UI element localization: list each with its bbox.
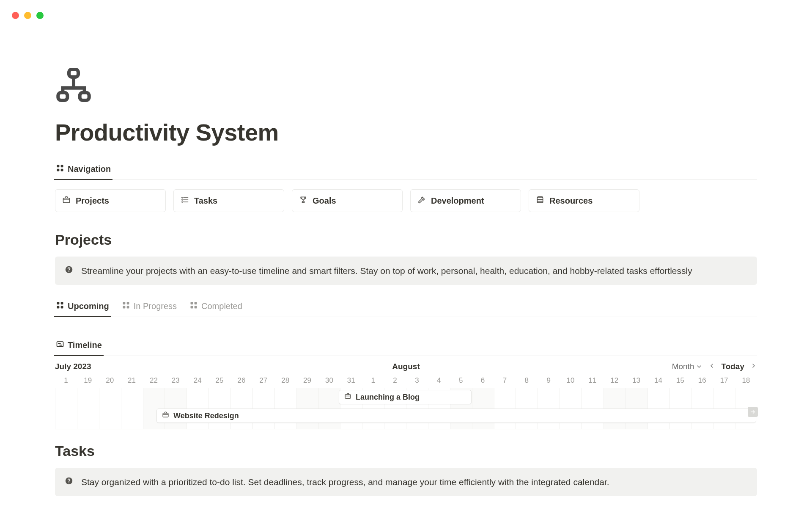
day-tick: 16 [698,376,706,385]
nav-card-tasks[interactable]: Tasks [173,189,284,212]
section-heading-tasks[interactable]: Tasks [55,443,757,459]
day-tick: 1 [371,376,375,385]
day-tick: 23 [172,376,180,385]
checklist-icon [181,196,189,206]
chevron-down-icon [696,363,702,370]
timeline-bar-website-redesign[interactable]: Website Redesign [156,409,756,423]
tab-navigation[interactable]: Navigation [55,160,112,179]
timeline-prev[interactable] [708,362,715,371]
grid-icon [122,301,130,312]
day-tick: 5 [459,376,463,385]
tab-label: In Progress [134,301,177,311]
divider [55,430,757,430]
help-icon [64,265,74,276]
day-tick: 29 [303,376,311,385]
day-tick: 27 [259,376,267,385]
day-tick: 19 [84,376,92,385]
tab-label: Navigation [68,164,111,174]
section-heading-projects[interactable]: Projects [55,232,757,248]
grid-icon [189,301,198,312]
briefcase-icon [162,411,169,420]
nav-card-development[interactable]: Development [410,189,521,212]
grid-icon [56,301,64,312]
card-label: Development [431,196,484,206]
view-tab-bar: Navigation [55,160,757,180]
day-tick: 11 [588,376,596,385]
page-title[interactable]: Productivity System [55,119,757,146]
day-tick: 8 [525,376,529,385]
bar-label: Website Redesign [173,411,239,420]
day-tick: 15 [676,376,684,385]
callout-text: Stay organized with a prioritized to-do … [81,477,609,487]
timeline-icon [56,340,64,351]
day-tick: 4 [437,376,441,385]
day-tick: 13 [632,376,640,385]
briefcase-icon [62,196,71,206]
nav-card-resources[interactable]: Resources [529,189,639,212]
minimize-window-icon[interactable] [24,12,31,19]
day-tick: 2 [393,376,397,385]
day-tick: 12 [610,376,618,385]
day-tick: 22 [150,376,158,385]
navigation-cards: Projects Tasks Goals Development Resourc… [55,189,757,212]
stack-icon [536,196,544,206]
help-icon [64,476,74,488]
timeline-bar-launching-a-blog[interactable]: Launching a Blog [339,390,472,404]
chevron-right-icon [750,362,757,369]
callout-text: Streamline your projects with an easy-to… [81,266,692,276]
day-tick: 31 [347,376,355,385]
timeline-header: July 2023 August Month Today [55,362,757,371]
tab-in-progress[interactable]: In Progress [121,297,178,317]
day-tick: 28 [281,376,289,385]
tab-label: Timeline [68,340,102,350]
day-tick: 24 [194,376,202,385]
day-tick: 17 [720,376,728,385]
day-tick: 1 [64,376,68,385]
timeline-day-scale: 1192021222324252627282930311234567891011… [55,374,757,388]
day-tick: 25 [216,376,224,385]
close-window-icon[interactable] [12,12,19,19]
timeline-scale-select[interactable]: Month [672,362,703,371]
nav-card-projects[interactable]: Projects [55,189,166,212]
grid-icon [56,164,64,174]
tab-label: Completed [201,301,242,311]
projects-callout[interactable]: Streamline your projects with an easy-to… [55,257,757,285]
hammer-icon [417,196,426,206]
nav-card-goals[interactable]: Goals [292,189,403,212]
day-tick: 30 [325,376,333,385]
card-label: Tasks [194,196,217,206]
briefcase-icon [344,392,351,402]
bar-label: Launching a Blog [356,393,420,402]
day-tick: 6 [481,376,485,385]
timeline-month-left: July 2023 [55,362,91,371]
day-tick: 20 [106,376,114,385]
project-view-tabs: Timeline [55,336,757,356]
day-tick: 3 [415,376,419,385]
tab-upcoming[interactable]: Upcoming [55,297,110,317]
day-tick: 10 [567,376,575,385]
timeline-body[interactable]: Launching a Blog Website Redesign [55,388,757,429]
day-tick: 9 [546,376,550,385]
day-tick: 26 [237,376,245,385]
card-label: Goals [313,196,336,206]
timeline-next[interactable] [750,362,757,371]
tab-timeline[interactable]: Timeline [55,336,103,356]
chevron-left-icon [708,362,715,369]
card-label: Projects [76,196,109,206]
card-label: Resources [549,196,593,206]
trophy-icon [299,196,307,206]
zoom-window-icon[interactable] [36,12,44,19]
timeline-month-center: August [392,362,420,371]
page-icon-sitemap[interactable] [55,68,757,107]
timeline-today-button[interactable]: Today [721,362,744,371]
window-controls [12,12,44,19]
tab-completed[interactable]: Completed [189,297,243,317]
day-tick: 14 [654,376,662,385]
project-status-tabs: Upcoming In Progress Completed [55,297,757,317]
tasks-callout[interactable]: Stay organized with a prioritized to-do … [55,468,757,496]
day-tick: 21 [128,376,136,385]
tab-label: Upcoming [68,301,109,311]
day-tick: 18 [742,376,750,385]
timeline-continues-icon[interactable] [748,407,758,417]
day-tick: 7 [503,376,507,385]
